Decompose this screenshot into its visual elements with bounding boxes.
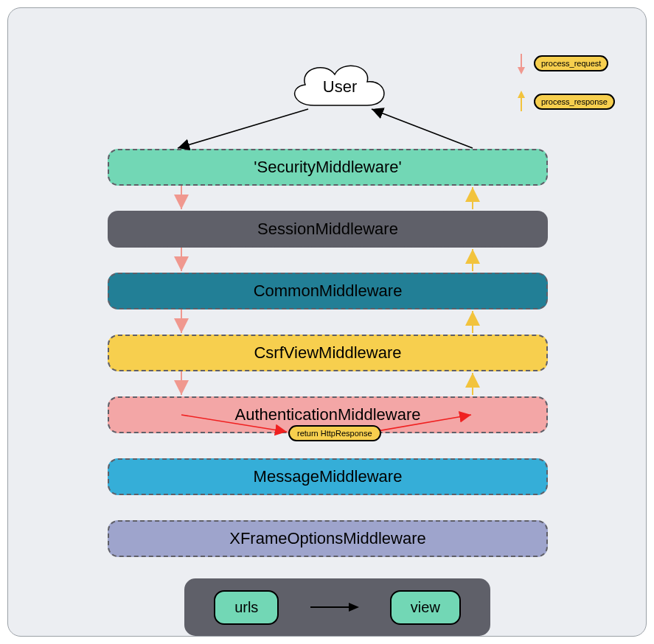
return-httpresponse: return HttpResponse: [288, 425, 381, 441]
middleware-label: AuthenticationMiddleware: [235, 405, 421, 424]
legend-response: process_response: [515, 91, 633, 113]
arrow-up-icon: [515, 91, 528, 113]
legend-response-label: process_response: [534, 94, 615, 110]
user-node: User: [292, 61, 388, 113]
view-node: view: [390, 590, 461, 625]
legend-request: process_request: [515, 52, 633, 74]
middleware-label: XFrameOptionsMiddleware: [229, 529, 426, 548]
svg-marker-5: [349, 603, 359, 612]
middleware-label: MessageMiddleware: [254, 467, 403, 486]
legend-request-label: process_request: [534, 55, 608, 71]
user-label: User: [323, 77, 357, 97]
arrow-down-icon: [515, 52, 528, 74]
middleware-bar-2: CommonMiddleware: [108, 273, 548, 309]
middleware-label: CsrfViewMiddleware: [254, 343, 401, 363]
middleware-label: SessionMiddleware: [257, 220, 398, 239]
legend: process_request process_response: [515, 52, 633, 129]
middleware-bar-5: MessageMiddleware: [108, 458, 548, 495]
middleware-bar-3: CsrfViewMiddleware: [108, 335, 548, 371]
middleware-bar-1: SessionMiddleware: [108, 211, 548, 248]
middleware-bar-0: 'SecurityMiddleware': [108, 149, 548, 186]
middleware-label: 'SecurityMiddleware': [254, 158, 401, 177]
urls-node: urls: [214, 590, 279, 625]
diagram-canvas: User process_request process_response 'S…: [7, 7, 647, 637]
arrow-right-icon: [309, 600, 361, 615]
svg-marker-3: [518, 91, 525, 98]
bottom-panel: urls view: [184, 578, 490, 636]
svg-marker-1: [518, 67, 525, 74]
middleware-label: CommonMiddleware: [254, 281, 403, 301]
middleware-bar-6: XFrameOptionsMiddleware: [108, 520, 548, 557]
